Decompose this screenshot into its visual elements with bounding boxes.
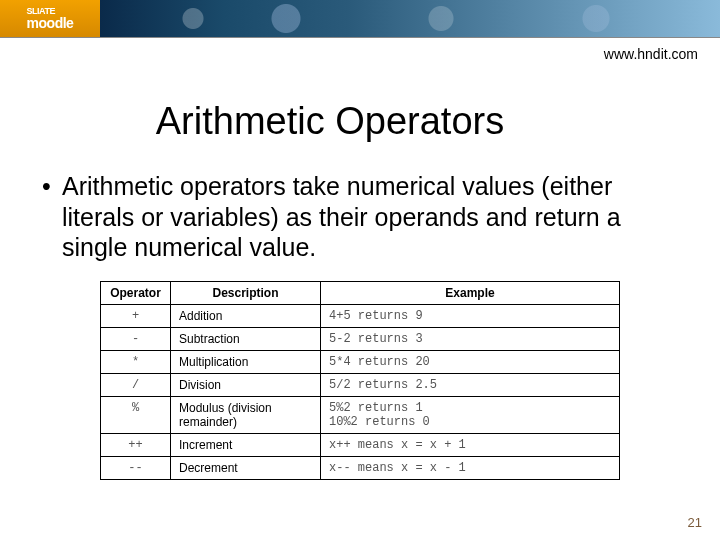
- cell-description: Decrement: [171, 456, 321, 479]
- cell-operator: %: [101, 396, 171, 433]
- brand-text-bottom: moodle: [27, 16, 74, 30]
- bullet-dot: •: [40, 171, 62, 263]
- table-row: /Division5/2 returns 2.5: [101, 373, 620, 396]
- cell-example: 5/2 returns 2.5: [321, 373, 620, 396]
- site-url: www.hndit.com: [604, 46, 698, 62]
- table-row: ++Incrementx++ means x = x + 1: [101, 433, 620, 456]
- cell-example: 5-2 returns 3: [321, 327, 620, 350]
- table-row: %Modulus (division remainder)5%2 returns…: [101, 396, 620, 433]
- cell-example: x++ means x = x + 1: [321, 433, 620, 456]
- bullet-list: • Arithmetic operators take numerical va…: [40, 171, 680, 263]
- cell-operator: --: [101, 456, 171, 479]
- operators-table: Operator Description Example +Addition4+…: [100, 281, 620, 480]
- cell-operator: ++: [101, 433, 171, 456]
- col-description: Description: [171, 281, 321, 304]
- cell-operator: -: [101, 327, 171, 350]
- cell-description: Subtraction: [171, 327, 321, 350]
- operators-table-container: Operator Description Example +Addition4+…: [100, 281, 620, 480]
- cell-operator: *: [101, 350, 171, 373]
- banner-image-strip: [100, 0, 720, 37]
- bullet-item: • Arithmetic operators take numerical va…: [40, 171, 680, 263]
- cell-description: Addition: [171, 304, 321, 327]
- cell-example: x-- means x = x - 1: [321, 456, 620, 479]
- bullet-text: Arithmetic operators take numerical valu…: [62, 171, 680, 263]
- cell-example: 5*4 returns 20: [321, 350, 620, 373]
- top-banner: SLIATE moodle: [0, 0, 720, 38]
- cell-operator: /: [101, 373, 171, 396]
- table-row: *Multiplication5*4 returns 20: [101, 350, 620, 373]
- cell-description: Increment: [171, 433, 321, 456]
- cell-description: Multiplication: [171, 350, 321, 373]
- slide-title: Arithmetic Operators: [0, 100, 720, 143]
- slide-number: 21: [688, 515, 702, 530]
- table-header-row: Operator Description Example: [101, 281, 620, 304]
- cell-example: 5%2 returns 1 10%2 returns 0: [321, 396, 620, 433]
- col-example: Example: [321, 281, 620, 304]
- brand-logo: SLIATE moodle: [0, 0, 100, 37]
- table-row: -Subtraction5-2 returns 3: [101, 327, 620, 350]
- col-operator: Operator: [101, 281, 171, 304]
- cell-description: Modulus (division remainder): [171, 396, 321, 433]
- table-row: --Decrementx-- means x = x - 1: [101, 456, 620, 479]
- cell-example: 4+5 returns 9: [321, 304, 620, 327]
- cell-operator: +: [101, 304, 171, 327]
- table-row: +Addition4+5 returns 9: [101, 304, 620, 327]
- cell-description: Division: [171, 373, 321, 396]
